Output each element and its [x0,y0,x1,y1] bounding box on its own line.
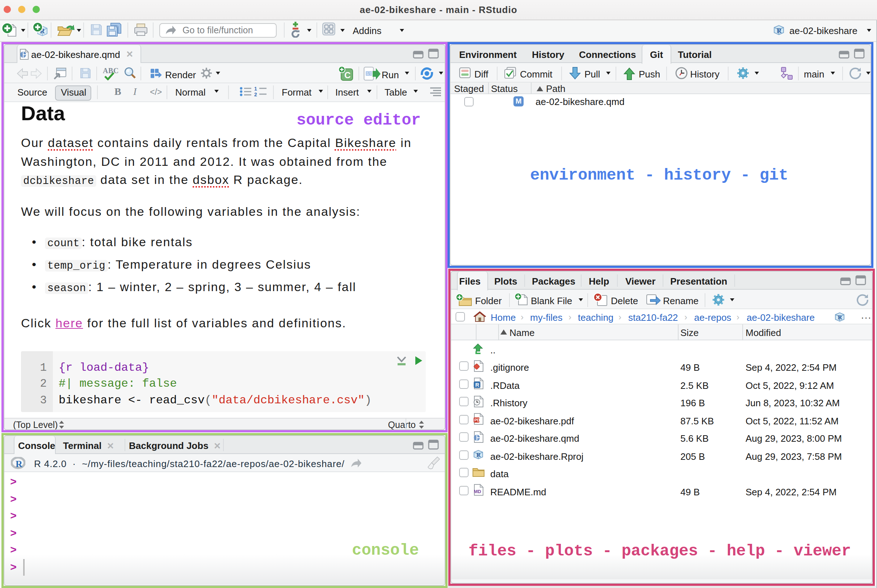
svg-text:PDF: PDF [474,418,482,422]
svg-text:C: C [344,70,351,80]
svg-text:R: R [475,382,479,388]
svg-text:2: 2 [254,92,257,96]
svg-text:R: R [777,27,782,34]
svg-text:1: 1 [254,86,257,92]
svg-text:R: R [477,452,481,458]
svg-text:R: R [16,459,22,469]
svg-text:MD: MD [474,489,481,494]
svg-text:R: R [838,314,843,321]
